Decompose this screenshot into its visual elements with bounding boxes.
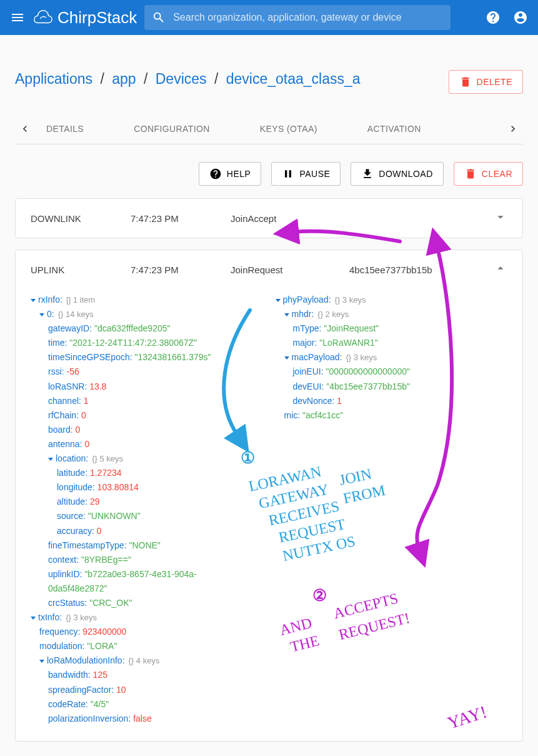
json-key: rfChain (48, 410, 76, 420)
event-time: 7:47:23 PM (131, 265, 231, 275)
event-header[interactable]: DOWNLINK 7:47:23 PM JoinAccept (16, 199, 522, 238)
event-id: 4bc15ee7377bb15b (349, 265, 494, 275)
download-button-label: DOWNLOAD (379, 169, 432, 179)
json-key[interactable]: location (56, 453, 86, 463)
pause-button[interactable]: PAUSE (271, 162, 341, 186)
json-key[interactable]: txInfo (38, 612, 59, 622)
tab-scroll-left[interactable] (15, 119, 35, 139)
json-key: gatewayID (48, 323, 89, 333)
menu-button[interactable] (10, 10, 25, 25)
tab-keys[interactable]: KEYS (OTAA) (254, 114, 324, 144)
json-key[interactable]: macPayload (292, 352, 340, 362)
json-value: 923400000 (82, 627, 126, 637)
event-type: JoinRequest (231, 265, 349, 275)
json-value: 0 (81, 410, 86, 420)
search-box[interactable] (144, 5, 451, 30)
json-key[interactable]: loRaModulationInfo (47, 655, 122, 665)
json-value: "4/5" (91, 699, 109, 709)
json-key: spreadingFactor (48, 685, 111, 695)
json-value: "LORA" (87, 641, 117, 651)
tabs: DETAILS CONFIGURATION KEYS (OTAA) ACTIVA… (15, 114, 523, 144)
json-key: joinEUI (293, 366, 321, 376)
json-value: 125 (93, 670, 107, 680)
search-input[interactable] (173, 12, 443, 23)
json-key: accuracy (57, 526, 92, 536)
breadcrumb-link-app[interactable]: app (112, 71, 136, 87)
tab-activation[interactable]: ACTIVATION (361, 114, 427, 144)
json-key: polarizationInversion (48, 713, 128, 723)
json-key: longitude (57, 482, 92, 492)
clear-button[interactable]: CLEAR (454, 162, 523, 186)
json-key[interactable]: phyPayload (283, 295, 329, 305)
json-meta: {} 3 keys (335, 295, 366, 305)
account-icon[interactable] (513, 10, 528, 25)
json-key[interactable]: rxInfo (38, 295, 60, 305)
page: Applications / app / Devices / device_ot… (0, 35, 538, 756)
json-meta: {} 3 keys (346, 353, 377, 362)
json-key: loRaSNR (48, 381, 84, 391)
help-icon[interactable] (486, 10, 501, 25)
brand[interactable]: ChirpStack (32, 7, 137, 28)
tab-configuration[interactable]: CONFIGURATION (127, 114, 216, 144)
event-direction: DOWNLINK (31, 213, 131, 224)
trash-icon (464, 168, 477, 180)
json-key: crcStatus (48, 598, 84, 608)
json-meta: {} 2 keys (317, 310, 349, 319)
tab-details[interactable]: DETAILS (40, 114, 90, 144)
download-button[interactable]: DOWNLOAD (351, 162, 443, 186)
json-value: 0 (97, 526, 102, 536)
json-key: mType (293, 323, 319, 333)
expand-toggle[interactable] (494, 210, 507, 226)
json-value: "dca632fffede9205" (94, 323, 171, 333)
event-time: 7:47:23 PM (131, 213, 231, 224)
event-type: JoinAccept (231, 213, 349, 224)
json-value: "LoRaWANR1" (319, 338, 377, 348)
chevron-down-icon (494, 210, 507, 224)
json-key: source (57, 511, 83, 521)
json-key[interactable]: mhdr (292, 309, 312, 319)
json-meta: {} 3 keys (66, 613, 97, 622)
tab-scroll-right[interactable] (503, 119, 523, 139)
json-value: 10 (116, 685, 126, 695)
collapse-toggle[interactable] (494, 261, 507, 278)
breadcrumb-link-applications[interactable]: Applications (15, 71, 92, 87)
tabs-wrap: DETAILS CONFIGURATION KEYS (OTAA) ACTIVA… (15, 114, 523, 144)
json-key: bandwidth (48, 670, 88, 680)
event-header[interactable]: UPLINK 7:47:23 PM JoinRequest 4bc15ee737… (16, 250, 522, 289)
delete-button-label: DELETE (477, 77, 512, 87)
json-value: "4bc15ee7377bb15b" (326, 381, 410, 391)
breadcrumb-link-devices[interactable]: Devices (156, 71, 207, 87)
breadcrumb-sep: / (214, 71, 218, 87)
chevron-left-icon (19, 123, 31, 135)
brand-text: ChirpStack (57, 8, 137, 28)
json-value: "8YRBEg==" (81, 555, 131, 565)
chevron-up-icon (494, 261, 507, 275)
json-key: mic (284, 410, 298, 420)
search-icon (152, 11, 166, 24)
json-meta: {} 4 keys (129, 656, 160, 665)
event-panel-uplink: UPLINK 7:47:23 PM JoinRequest 4bc15ee737… (15, 249, 523, 742)
help-button-label: HELP (227, 169, 251, 179)
json-value: "0000000000000000" (326, 366, 410, 376)
breadcrumb: Applications / app / Devices / device_ot… (15, 70, 361, 89)
json-key: uplinkID (48, 569, 80, 579)
breadcrumb-sep: / (100, 71, 104, 87)
json-value: 0 (76, 425, 81, 435)
json-key: latitude (57, 468, 85, 478)
breadcrumb-link-device[interactable]: device_otaa_class_a (226, 71, 361, 87)
json-meta: {} 5 keys (92, 454, 123, 463)
chevron-right-icon (507, 123, 519, 135)
json-key[interactable]: 0 (47, 309, 52, 319)
breadcrumb-sep: / (144, 71, 147, 87)
json-value: 1.27234 (90, 468, 122, 478)
delete-button[interactable]: DELETE (449, 70, 523, 94)
json-key: rssi (48, 366, 62, 376)
json-value: false (133, 713, 152, 723)
json-meta: {} 14 keys (58, 310, 94, 319)
json-value: 29 (90, 496, 100, 507)
json-value: "JoinRequest" (324, 323, 379, 333)
json-key: timeSinceGPSEpoch (48, 352, 130, 362)
json-value: "1324381661.379s" (135, 352, 211, 362)
help-button[interactable]: HELP (199, 162, 262, 186)
pause-button-label: PAUSE (299, 169, 330, 179)
